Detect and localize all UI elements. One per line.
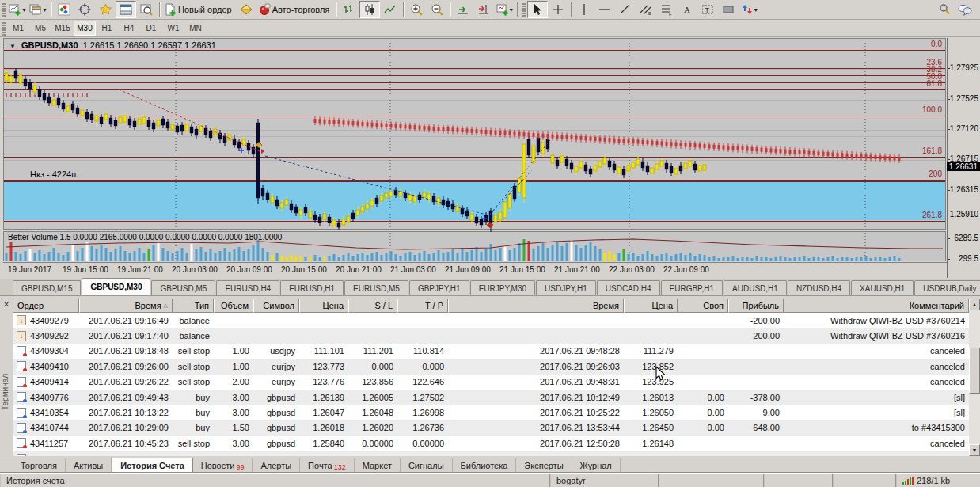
navigator-button[interactable] (95, 1, 116, 18)
trendline-button[interactable] (615, 1, 636, 18)
column-header[interactable]: Время (448, 299, 624, 313)
autotrading-button[interactable]: Авто-торговля (256, 1, 334, 18)
chart-tab-eurgbph1[interactable]: EURGBP,H1 (661, 280, 724, 295)
chart-collapse-icon[interactable]: ▼ (9, 43, 16, 50)
new-order-button[interactable]: Новый ордер (162, 1, 236, 18)
column-header[interactable]: T / P (397, 299, 448, 313)
column-header[interactable]: Объем (214, 299, 253, 313)
column-header[interactable]: Своп (678, 299, 728, 313)
table-row[interactable]: 434094142017.06.21 09:26:22sell stop2.00… (13, 375, 969, 390)
column-header[interactable]: Цена (624, 299, 678, 313)
table-row[interactable]: 434112572017.06.21 10:45:23sell stop3.00… (13, 436, 969, 451)
timeframe-button-m15[interactable]: M15 (51, 21, 74, 36)
close-icon[interactable]: × (2, 300, 11, 310)
shapes-button[interactable] (718, 1, 739, 18)
timeframe-button-w1[interactable]: W1 (162, 21, 184, 36)
cursor-button[interactable] (527, 1, 548, 18)
fibonacci-button[interactable]: F (656, 1, 677, 18)
indicators-button[interactable]: ▾ (494, 1, 515, 18)
column-header[interactable]: Ордер (13, 299, 79, 313)
terminal-tab-маркет[interactable]: Маркет (355, 458, 401, 473)
scroll-up-icon[interactable]: ▲ (969, 299, 980, 310)
terminal-button[interactable] (116, 1, 136, 18)
chart-tab-usdjpyh1[interactable]: USDJPY,H1 (536, 280, 596, 295)
terminal-tab-история-счета[interactable]: История Счета (112, 458, 193, 473)
chart-main-pane[interactable]: 0.023.638.250.061.8100.0161.8200261.8 (3, 38, 946, 230)
profiles-button[interactable]: ▾ (28, 1, 48, 18)
vertical-scrollbar[interactable]: ▲ ▼ (969, 299, 980, 456)
table-row[interactable]: 434107442017.06.21 10:29:09buy1.50gbpusd… (13, 420, 969, 436)
timeframe-button-h1[interactable]: H1 (96, 21, 118, 36)
table-row[interactable] (13, 451, 969, 456)
chart-tab-usdcadh4[interactable]: USDCAD,H4 (597, 280, 660, 295)
line-chart-button[interactable] (380, 1, 401, 18)
toolbar-grip[interactable] (522, 2, 526, 17)
timeframe-button-d1[interactable]: D1 (140, 21, 162, 36)
terminal-tab-эксперты[interactable]: Эксперты (516, 458, 572, 473)
column-header[interactable]: Время△ (79, 299, 173, 313)
terminal-tab-торговля[interactable]: Торговля (13, 458, 66, 473)
chart-tab-usdrubdaily[interactable]: USDRUB,Daily (914, 280, 980, 295)
chart-tab-gbpusdm30[interactable]: GBPUSD,M30 (82, 278, 150, 295)
new-chart-button[interactable]: ▾ (7, 1, 28, 18)
chart-shift-button[interactable] (473, 1, 494, 18)
chart-tab-eurjpym30[interactable]: EURJPY,M30 (470, 280, 535, 295)
horizontal-line-button[interactable] (594, 1, 615, 18)
table-row[interactable]: 434093042017.06.21 09:18:48sell stop1.00… (13, 344, 969, 359)
scrollbar-thumb[interactable] (969, 348, 980, 394)
chart-tab-gbpusdm5[interactable]: GBPUSD,M5 (151, 280, 215, 295)
terminal-tab-алерты[interactable]: Алерты (253, 458, 300, 473)
column-header[interactable]: S / L (348, 299, 397, 313)
crosshair-button[interactable] (548, 1, 568, 18)
search-button[interactable] (934, 1, 955, 18)
column-header[interactable]: Тип (173, 299, 214, 313)
table-row[interactable]: 434103542017.06.21 10:13:22buy3.00gbpusd… (13, 405, 969, 420)
zoom-in-button[interactable] (406, 1, 427, 18)
scroll-down-icon[interactable]: ▼ (969, 444, 980, 456)
text-button[interactable]: A (677, 1, 697, 18)
metaeditor-button[interactable] (236, 1, 256, 18)
community-chat-button[interactable] (955, 1, 975, 18)
table-row[interactable]: 434094102017.06.21 09:26:00sell stop1.00… (13, 359, 969, 374)
arrows-button[interactable]: ▾ (739, 1, 759, 18)
bar-chart-button[interactable] (339, 1, 359, 18)
vertical-line-button[interactable] (574, 1, 594, 18)
column-header[interactable]: Цена (299, 299, 348, 313)
price-axis[interactable]: 1.279251.275251.271201.267151.263151.259… (947, 38, 980, 278)
equidistant-channel-button[interactable]: E (636, 1, 656, 18)
terminal-tab-активы[interactable]: Активы (66, 458, 112, 473)
time-axis[interactable]: 19 Jun 201719 Jun 15:0019 Jun 21:0020 Ju… (3, 262, 947, 279)
market-watch-button[interactable] (54, 1, 74, 18)
chart-tab-gbpusdm15[interactable]: GBPUSD,M15 (13, 280, 81, 295)
timeframe-button-h4[interactable]: H4 (118, 21, 140, 36)
terminal-tab-сигналы[interactable]: Сигналы (401, 458, 453, 473)
strategy-tester-button[interactable] (136, 1, 157, 18)
column-header[interactable]: Комментарий (784, 299, 969, 313)
chart-tab-gbpjpyh1[interactable]: GBPJPY,H1 (409, 280, 469, 295)
table-row[interactable]: 434097762017.06.21 09:49:43buy3.00gbpusd… (13, 390, 969, 405)
data-window-button[interactable] (74, 1, 95, 18)
toolbar-grip[interactable] (2, 2, 6, 17)
timeframe-button-m5[interactable]: M5 (29, 21, 51, 36)
table-row[interactable]: ↓434092922017.06.21 09:17:40balance-200.… (13, 328, 969, 343)
timeframe-button-mn[interactable]: MN (184, 21, 207, 36)
text-label-button[interactable]: T (697, 1, 718, 18)
candlestick-chart-button[interactable] (359, 1, 380, 18)
chart-tab-eurusdh1[interactable]: EURUSD,H1 (280, 280, 344, 295)
zoom-out-button[interactable] (427, 1, 447, 18)
terminal-tab-новости[interactable]: Новости99 (193, 458, 253, 473)
terminal-tab-журнал[interactable]: Журнал (572, 458, 621, 473)
column-header[interactable]: Прибыль (728, 299, 784, 313)
terminal-tab-библиотека[interactable]: Библиотека (453, 458, 517, 473)
chart-tab-xauusdh1[interactable]: XAUUSD,H1 (851, 280, 914, 295)
toolbar-grip[interactable] (2, 21, 6, 36)
chart-tab-eurusdm5[interactable]: EURUSD,M5 (344, 280, 408, 295)
auto-scroll-button[interactable] (453, 1, 473, 18)
column-header[interactable]: Символ (253, 299, 299, 313)
chart-tab-nzdusdh4[interactable]: NZDUSD,H4 (788, 280, 850, 295)
table-row[interactable]: ↓434092792017.06.21 09:16:49balance-200.… (13, 313, 969, 328)
timeframe-button-m1[interactable]: M1 (7, 21, 29, 36)
chart-tab-eurusdh4[interactable]: EURUSD,H4 (216, 280, 279, 295)
timeframe-button-m30[interactable]: M30 (74, 21, 96, 36)
chart-tab-audusdh1[interactable]: AUDUSD,H1 (724, 280, 787, 295)
